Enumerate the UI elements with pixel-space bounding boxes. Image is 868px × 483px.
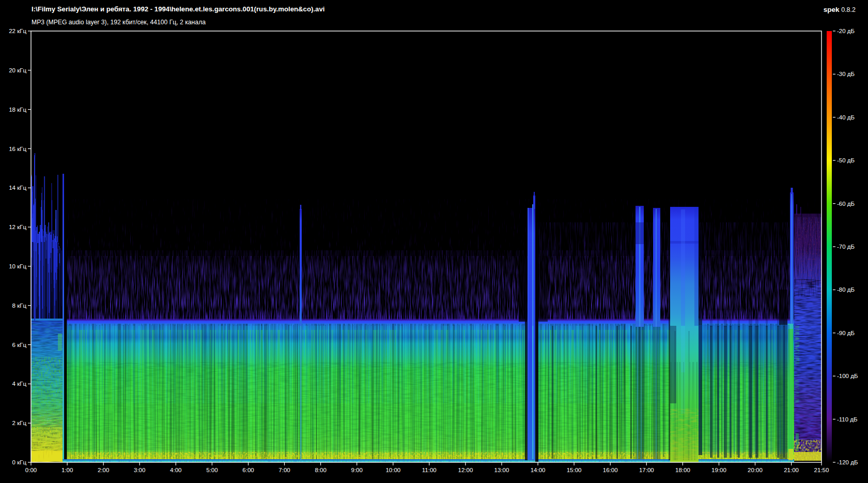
svg-text:-80 дБ: -80 дБ: [837, 286, 855, 293]
svg-text:17:00: 17:00: [639, 467, 654, 473]
svg-text:-30 дБ: -30 дБ: [837, 71, 855, 77]
svg-text:10 кГц: 10 кГц: [9, 263, 26, 269]
svg-text:5:00: 5:00: [206, 467, 218, 473]
svg-text:19:00: 19:00: [711, 467, 726, 473]
svg-text:-50 дБ: -50 дБ: [837, 157, 855, 163]
svg-text:10:00: 10:00: [385, 467, 400, 473]
svg-text:4 кГц: 4 кГц: [12, 381, 27, 387]
svg-text:-90 дБ: -90 дБ: [837, 330, 855, 336]
svg-text:-100 дБ: -100 дБ: [837, 373, 858, 379]
svg-text:-40 дБ: -40 дБ: [837, 114, 855, 120]
svg-text:16:00: 16:00: [603, 467, 618, 473]
svg-text:16 кГц: 16 кГц: [9, 146, 26, 152]
svg-text:8:00: 8:00: [315, 467, 326, 473]
svg-text:18 кГц: 18 кГц: [9, 107, 26, 113]
svg-text:8 кГц: 8 кГц: [12, 303, 27, 309]
svg-text:-110 дБ: -110 дБ: [837, 416, 858, 422]
svg-text:-20 дБ: -20 дБ: [837, 28, 855, 34]
svg-text:0:00: 0:00: [25, 467, 37, 473]
svg-text:-60 дБ: -60 дБ: [837, 201, 855, 207]
svg-text:spek 0.8.2: spek 0.8.2: [824, 6, 856, 13]
svg-text:I:\Filmy Serialy\Элен и ребята: I:\Filmy Serialy\Элен и ребята. 1992 - 1…: [32, 5, 324, 13]
svg-text:4:00: 4:00: [170, 467, 181, 473]
svg-text:0 кГц: 0 кГц: [12, 459, 27, 465]
svg-text:12:00: 12:00: [458, 467, 473, 473]
svg-text:-70 дБ: -70 дБ: [837, 244, 855, 250]
svg-text:2:00: 2:00: [98, 467, 109, 473]
svg-text:14:00: 14:00: [531, 467, 546, 473]
svg-text:22 кГц: 22 кГц: [9, 28, 26, 34]
svg-text:15:00: 15:00: [567, 467, 582, 473]
svg-text:11:00: 11:00: [422, 467, 437, 473]
svg-text:2 кГц: 2 кГц: [12, 420, 27, 426]
svg-text:6 кГц: 6 кГц: [12, 342, 27, 348]
svg-text:7:00: 7:00: [278, 467, 290, 473]
svg-text:13:00: 13:00: [494, 467, 509, 473]
svg-text:21:50: 21:50: [814, 467, 829, 473]
svg-text:14 кГц: 14 кГц: [9, 185, 26, 191]
svg-text:12 кГц: 12 кГц: [9, 224, 26, 230]
svg-text:20 кГц: 20 кГц: [9, 67, 26, 73]
svg-text:21:00: 21:00: [784, 467, 799, 473]
svg-text:-120 дБ: -120 дБ: [837, 459, 858, 465]
svg-text:18:00: 18:00: [675, 467, 690, 473]
svg-text:20:00: 20:00: [748, 467, 763, 473]
svg-text:9:00: 9:00: [351, 467, 363, 473]
svg-text:6:00: 6:00: [242, 467, 254, 473]
svg-text:1:00: 1:00: [61, 467, 73, 473]
svg-text:MP3 (MPEG audio layer 3), 192: MP3 (MPEG audio layer 3), 192 кбит/сек, …: [32, 19, 206, 26]
svg-text:3:00: 3:00: [134, 467, 145, 473]
